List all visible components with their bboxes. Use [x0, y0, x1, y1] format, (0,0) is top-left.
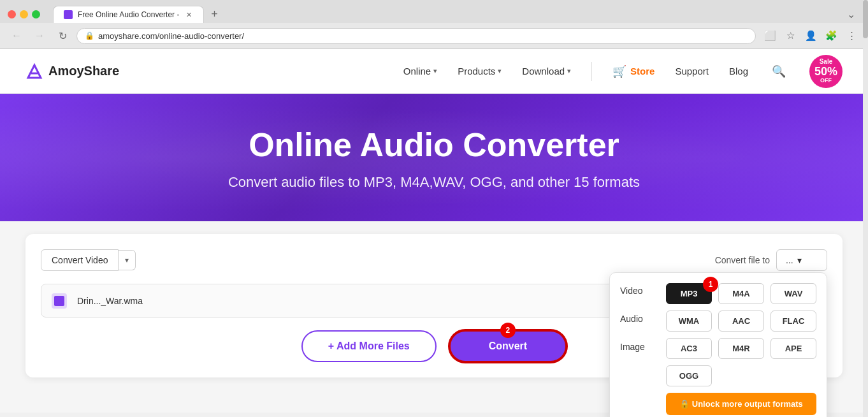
bookmark-icon[interactable]: ☆: [781, 27, 799, 45]
format-row-2: WMA AAC FLAC: [666, 311, 816, 332]
tab-bar: Free Online Audio Converter - ✕ +: [53, 5, 223, 23]
format-flac-button[interactable]: FLAC: [770, 311, 816, 332]
sale-off: OFF: [820, 77, 832, 84]
download-chevron-icon: ▾: [567, 67, 571, 75]
format-wma-button[interactable]: WMA: [666, 311, 712, 332]
format-sidebar: Video Audio Image 1 MP3 M4A WAV: [620, 283, 816, 415]
add-files-wrapper: + Add More Files: [301, 330, 437, 362]
logo-text: AmoyShare: [48, 64, 119, 78]
browser-toolbar: ← → ↻ 🔒 amoyshare.com/online-audio-conve…: [0, 23, 868, 48]
convert-wrapper: 2 Convert: [449, 330, 567, 362]
profile-icon[interactable]: 👤: [802, 27, 820, 45]
toolbar-icons: ⬜ ☆ 👤 🧩 ⋮: [761, 27, 860, 45]
nav-online[interactable]: Online ▾: [403, 66, 437, 77]
tab-favicon: [64, 10, 73, 19]
tab-close-button[interactable]: ✕: [184, 10, 193, 19]
format-select-chevron-icon: ▾: [797, 255, 802, 265]
hero-section: Online Audio Converter Convert audio fil…: [0, 94, 868, 221]
nav-download[interactable]: Download ▾: [522, 66, 571, 77]
nav-store[interactable]: 🛒 Store: [612, 64, 655, 78]
convert-type-arrow-button[interactable]: ▾: [119, 250, 136, 270]
convert-type-main-button[interactable]: Convert Video: [41, 249, 119, 271]
file-icon-inner: [54, 296, 64, 306]
format-row-4: OGG: [666, 365, 816, 386]
file-type-icon: [52, 293, 67, 309]
cart-icon: 🛒: [612, 64, 626, 78]
format-m4r-button[interactable]: M4R: [718, 338, 764, 359]
back-button[interactable]: ←: [8, 27, 25, 45]
svg-marker-0: [28, 65, 41, 78]
scroll-thumb[interactable]: [863, 0, 868, 38]
reload-button[interactable]: ↻: [54, 27, 71, 45]
step-1-badge: 1: [703, 277, 718, 292]
step-2-badge: 2: [500, 323, 516, 338]
website-content: AmoyShare Online ▾ Products ▾ Download ▾…: [0, 49, 868, 413]
nav-divider: [591, 62, 592, 81]
tab-title: Free Online Audio Converter -: [78, 10, 179, 19]
convert-file-to-section: Convert file to ... ▾: [715, 249, 827, 271]
format-select-value: ...: [786, 255, 793, 265]
logo-icon: [25, 62, 43, 80]
format-ape-button[interactable]: APE: [770, 338, 816, 359]
browser-chrome: Free Online Audio Converter - ✕ + ⌄ ← → …: [0, 0, 868, 49]
format-aac-button[interactable]: AAC: [718, 311, 764, 332]
more-tabs-button[interactable]: ⌄: [842, 6, 860, 23]
converter-card: Convert Video ▾ Convert file to ... ▾ Dr…: [25, 234, 843, 377]
new-tab-button[interactable]: +: [205, 5, 223, 23]
nav-menu: Online ▾ Products ▾ Download ▾ 🛒 Store S…: [403, 55, 843, 88]
nav-products[interactable]: Products ▾: [458, 66, 502, 77]
format-dropdown: Video Audio Image 1 MP3 M4A WAV: [609, 272, 827, 417]
hero-title: Online Audio Converter: [25, 126, 843, 164]
forward-button[interactable]: →: [31, 27, 48, 45]
nav-support[interactable]: Support: [675, 66, 709, 77]
fullscreen-traffic-light[interactable]: [32, 10, 40, 18]
format-cat-video[interactable]: Video: [620, 283, 656, 298]
mp3-btn-wrapper: 1 MP3: [666, 283, 712, 304]
cast-icon[interactable]: ⬜: [761, 27, 779, 45]
format-m4a-button[interactable]: M4A: [718, 283, 764, 304]
nav-blog[interactable]: Blog: [729, 66, 748, 77]
products-chevron-icon: ▾: [498, 67, 502, 75]
format-cat-image[interactable]: Image: [620, 339, 656, 355]
format-row-1: 1 MP3 M4A WAV: [666, 283, 816, 304]
format-wav-button[interactable]: WAV: [770, 283, 816, 304]
close-traffic-light[interactable]: [8, 10, 16, 18]
sale-percent: 50%: [814, 66, 837, 77]
logo[interactable]: AmoyShare: [25, 62, 119, 80]
hero-subtitle: Convert audio files to MP3, M4A,WAV, OGG…: [25, 174, 843, 191]
convert-file-to-label: Convert file to: [715, 255, 770, 265]
traffic-lights: [8, 10, 40, 18]
format-row-3: AC3 M4R APE: [666, 338, 816, 359]
site-header: AmoyShare Online ▾ Products ▾ Download ▾…: [0, 49, 868, 94]
format-buttons-section: 1 MP3 M4A WAV WMA AAC FLAC AC3: [666, 283, 816, 415]
minimize-traffic-light[interactable]: [20, 10, 28, 18]
browser-titlebar: Free Online Audio Converter - ✕ + ⌄: [0, 0, 868, 23]
convert-type-button-group: Convert Video ▾: [41, 249, 136, 271]
main-content: Convert Video ▾ Convert file to ... ▾ Dr…: [0, 221, 868, 413]
add-files-button[interactable]: + Add More Files: [301, 330, 437, 362]
address-text: amoyshare.com/online-audio-converter/: [98, 31, 748, 41]
sale-badge[interactable]: Sale 50% OFF: [809, 55, 843, 88]
nav-search-button[interactable]: 🔍: [769, 61, 789, 82]
lock-icon: 🔒: [85, 31, 94, 40]
format-select-button[interactable]: ... ▾: [776, 249, 827, 271]
active-tab[interactable]: Free Online Audio Converter - ✕: [53, 6, 204, 23]
converter-top: Convert Video ▾ Convert file to ... ▾: [41, 249, 827, 271]
menu-icon[interactable]: ⋮: [843, 27, 860, 45]
address-bar[interactable]: 🔒 amoyshare.com/online-audio-converter/: [76, 28, 756, 44]
file-name: Drin..._War.wma: [77, 296, 697, 306]
format-ogg-button[interactable]: OGG: [666, 365, 712, 386]
format-cat-audio[interactable]: Audio: [620, 311, 656, 326]
extension-icon[interactable]: 🧩: [822, 27, 840, 45]
format-ac3-button[interactable]: AC3: [666, 338, 712, 359]
online-chevron-icon: ▾: [433, 67, 437, 75]
format-categories: Video Audio Image: [620, 283, 656, 415]
scrollbar[interactable]: [863, 0, 868, 417]
unlock-formats-button[interactable]: 🔒 Unlock more output formats: [666, 393, 816, 415]
